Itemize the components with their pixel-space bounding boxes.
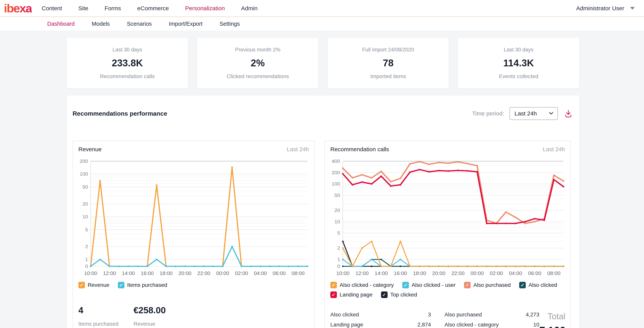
legend-label: Revenue [88,282,109,288]
subnav-item-dashboard[interactable]: Dashboard [47,21,75,27]
subnav-item-import-export[interactable]: Import/Export [169,21,202,27]
nav-item-personalization[interactable]: Personalization [185,5,225,11]
svg-text:400: 400 [332,159,340,164]
nav-item-ecommerce[interactable]: eCommerce [137,5,169,11]
chart-period: Last 24h [287,146,309,153]
subnav-item-settings[interactable]: Settings [220,21,240,27]
time-period-value: Last 24h [514,110,537,117]
svg-text:10: 10 [334,219,340,224]
legend-label: Items purchased [127,282,167,288]
svg-text:22:00: 22:00 [198,271,210,276]
svg-text:0: 0 [85,264,88,269]
recommendation-calls-totals: Also clicked3Also purchased4,273Landing … [330,312,565,328]
svg-text:20: 20 [82,201,88,207]
svg-text:5: 5 [337,230,340,236]
svg-text:08:00: 08:00 [547,271,560,276]
section-title: Recommendations performance [72,110,167,117]
checkbox-checked-icon[interactable]: ✓ [118,282,124,288]
legend-item-also-clicked-user[interactable]: ✓Also clicked - user [402,282,456,288]
recommendation-calls-chart: 400200100502010521010:0012:0014:0016:001… [330,157,565,277]
checkbox-checked-icon[interactable]: ✓ [78,282,85,288]
time-period-select[interactable]: Last 24h [510,107,558,120]
svg-text:50: 50 [334,193,340,198]
stat-card-recommendation-calls: Last 30 days233.8KRecommendation calls [67,38,188,88]
items-purchased-summary: 4 Items purchased [78,305,134,327]
legend-label: Top clicked [390,292,417,298]
summary-label: Revenue [134,321,189,327]
svg-text:1: 1 [85,257,88,262]
stat-value: 233.8K [112,57,143,69]
chart-period: Last 24h [543,146,565,153]
legend-label: Also clicked [528,282,557,288]
nav-item-content[interactable]: Content [42,5,62,11]
stat-caption: Full import 24/08/2020 [362,47,414,53]
legend-item-items-purchased[interactable]: ✓Items purchased [118,282,167,288]
checkbox-checked-icon[interactable]: ✓ [330,292,337,298]
summary-value: 4 [78,305,134,316]
checkbox-checked-icon[interactable]: ✓ [402,282,409,288]
totals-metric-value: 2,874 [408,322,431,328]
svg-text:10:00: 10:00 [84,271,97,276]
time-period-label: Time period: [472,110,504,117]
svg-text:00:00: 00:00 [470,271,484,276]
top-bar: ibexa ContentSiteFormseCommercePersonali… [0,0,644,17]
svg-text:10:00: 10:00 [336,271,350,276]
user-name: Administrator User [576,5,624,11]
stat-label: Events collected [499,73,538,79]
legend-item-also-clicked-category[interactable]: ✓Also clicked - category [330,282,394,288]
legend-row: ✓Also clicked - category✓Also clicked - … [330,282,565,288]
personalization-sub-nav: DashboardModelsScenariosImport/ExportSet… [0,17,644,30]
legend-item-landing-page[interactable]: ✓Landing page [330,292,372,298]
stat-value: 78 [383,57,394,69]
checkbox-checked-icon[interactable]: ✓ [464,282,470,288]
totals-metric-label: Also clicked [330,312,408,318]
svg-text:100: 100 [332,181,340,186]
svg-text:5: 5 [85,227,88,232]
recommendations-performance-panel: Recommendations performance Time period:… [67,95,579,328]
nav-item-admin[interactable]: Admin [241,5,258,11]
svg-text:08:00: 08:00 [292,271,304,276]
stat-caption: Previous month 2% [235,47,280,53]
stat-value: 114.3K [503,57,534,69]
svg-text:20:00: 20:00 [178,271,192,276]
stat-value: 2% [251,57,265,69]
checkbox-checked-icon[interactable]: ✓ [381,292,388,298]
checkbox-checked-icon[interactable]: ✓ [519,282,526,288]
checkbox-checked-icon[interactable]: ✓ [330,282,337,288]
svg-text:2: 2 [85,244,88,249]
svg-text:02:00: 02:00 [235,271,248,276]
legend-label: Also clicked - user [412,282,456,288]
caret-down-icon [630,7,635,10]
chart-title: Recommendation calls [330,146,389,153]
stat-label: Clicked recommendations [226,73,289,79]
svg-text:12:00: 12:00 [356,271,369,276]
svg-text:50: 50 [82,184,88,190]
stat-card-imported-items: Full import 24/08/202078Imported items [328,38,449,88]
nav-item-site[interactable]: Site [78,5,88,11]
revenue-summary: 4 Items purchased €258.00 Revenue [78,305,309,327]
totals-table: Also clicked3Also purchased4,273Landing … [330,312,539,328]
recommendation-calls-legend: ✓Also clicked - category✓Also clicked - … [330,282,565,298]
svg-text:04:00: 04:00 [509,271,522,276]
subnav-item-scenarios[interactable]: Scenarios [127,21,152,27]
nav-item-forms[interactable]: Forms [104,5,121,11]
legend-item-also-clicked[interactable]: ✓Also clicked [519,282,557,288]
download-icon[interactable] [563,108,573,119]
stat-card-events-collected: Last 30 days114.3KEvents collected [458,38,579,88]
svg-text:20:00: 20:00 [432,271,445,276]
performance-header: Recommendations performance Time period:… [72,105,573,122]
totals-metric-label: Also clicked - category [444,322,516,328]
chevron-down-icon [548,110,554,117]
stat-caption: Last 30 days [112,47,142,53]
svg-text:22:00: 22:00 [451,271,464,276]
subnav-item-models[interactable]: Models [92,21,110,27]
legend-item-also-purchased[interactable]: ✓Also purchased [464,282,511,288]
charts-row: Revenue Last 24h 200100502010521010:0012… [72,141,573,328]
legend-item-top-clicked[interactable]: ✓Top clicked [381,292,417,298]
svg-text:2: 2 [337,245,340,251]
chart-title: Revenue [78,146,102,153]
totals-metric-value: 3 [408,312,431,318]
legend-item-revenue[interactable]: ✓Revenue [78,282,109,288]
svg-text:06:00: 06:00 [528,271,541,276]
user-menu[interactable]: Administrator User [576,5,635,11]
